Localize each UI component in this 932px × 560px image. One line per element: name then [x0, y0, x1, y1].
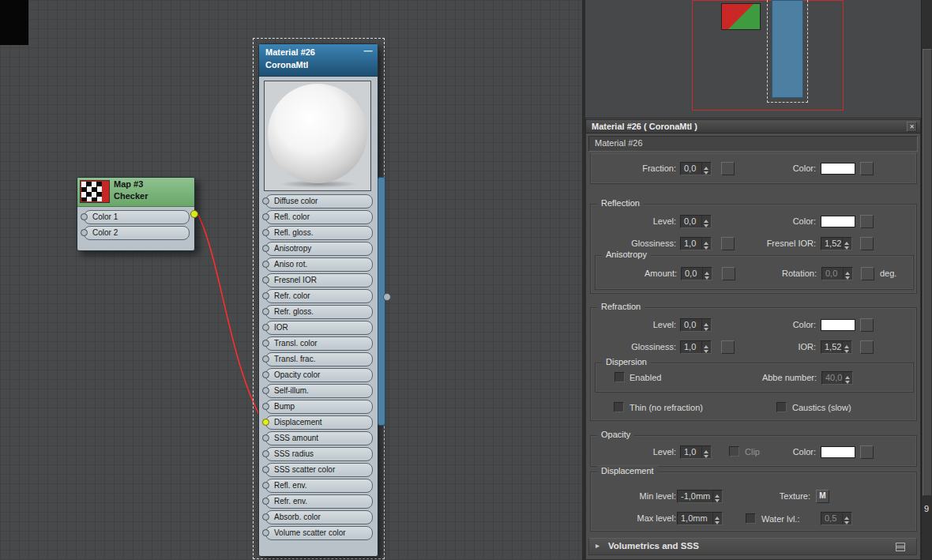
material-slot[interactable]: Self-illum. — [265, 384, 373, 398]
refraction-color-map-button[interactable] — [860, 318, 874, 332]
material-output-connector-icon[interactable] — [383, 293, 391, 301]
material-slot[interactable]: Diffuse color — [265, 194, 373, 209]
slot-label: Refr. env. — [274, 497, 307, 506]
slot-connector-icon[interactable] — [262, 403, 269, 410]
checker-slot[interactable]: Color 1 — [84, 210, 190, 224]
thin-checkbox[interactable] — [614, 402, 624, 412]
fresnel-ior-map-button[interactable] — [860, 237, 874, 250]
material-preview[interactable] — [264, 81, 371, 191]
right-scrollbar[interactable]: 9 — [921, 0, 932, 560]
material-slot[interactable]: SSS scatter color — [265, 463, 373, 477]
opacity-level-spinner[interactable]: 1,0 — [680, 445, 712, 459]
min-level-spinner[interactable]: -1,0mm — [677, 490, 723, 503]
reflection-color-map-button[interactable] — [860, 215, 874, 228]
anisotropy-amount-spinner[interactable]: 0,0 — [681, 267, 712, 280]
anisotropy-rotation-map-button[interactable] — [861, 267, 874, 280]
slot-connector-icon[interactable] — [262, 197, 269, 205]
texture-map-button[interactable]: M — [816, 490, 829, 503]
slot-connector-icon[interactable] — [262, 308, 269, 315]
material-slot[interactable]: SSS amount — [265, 431, 373, 445]
slot-connector-icon[interactable] — [262, 229, 269, 236]
fraction-color-map-button[interactable] — [860, 162, 874, 175]
water-level-spinner[interactable]: 0,5 — [821, 512, 852, 525]
max-level-spinner[interactable]: 1,0mm — [677, 512, 723, 525]
slot-connector-icon[interactable] — [262, 340, 269, 347]
material-slot[interactable]: Aniso rot. — [265, 257, 373, 272]
material-slot[interactable]: Opacity color — [265, 368, 373, 382]
node-canvas[interactable]: Map #3 Checker Color 1 Color 2 Material … — [0, 0, 585, 560]
material-slot[interactable]: Fresnel IOR — [265, 273, 373, 288]
reflection-color-swatch[interactable] — [821, 216, 855, 227]
slot-connector-icon[interactable] — [262, 245, 269, 252]
volumetrics-rollout[interactable]: ▸ Volumetrics and SSS — [588, 538, 917, 555]
material-slot[interactable]: Anisotropy — [265, 242, 373, 256]
caustics-checkbox[interactable] — [776, 402, 787, 412]
material-name-field[interactable]: Material #26 — [588, 136, 918, 152]
material-slot[interactable]: Absorb. color — [265, 510, 373, 524]
reflection-glossiness-spinner[interactable]: 1,0 — [680, 237, 712, 250]
refraction-ior-spinner[interactable]: 1,52 — [821, 340, 852, 354]
checker-node-header[interactable]: Map #3 Checker — [77, 178, 194, 207]
panel-titlebar[interactable]: Material #26 ( CoronaMtl ) ✕ — [585, 119, 921, 133]
node-scrollbar[interactable] — [378, 177, 385, 426]
material-slot[interactable]: IOR — [265, 321, 373, 335]
material-slot[interactable]: Refr. gloss. — [265, 305, 373, 319]
slot-connector-icon[interactable] — [262, 276, 269, 284]
slot-connector-icon[interactable] — [262, 434, 269, 442]
slot-connector-icon[interactable] — [262, 292, 269, 299]
slot-connector-icon[interactable] — [262, 213, 269, 220]
material-slot[interactable]: Refl. gloss. — [265, 226, 373, 240]
material-slot[interactable]: Refr. env. — [265, 494, 373, 509]
material-slot[interactable]: Transl. color — [265, 336, 373, 351]
refraction-glossiness-spinner[interactable]: 1,0 — [680, 340, 712, 354]
slot-connector-icon[interactable] — [262, 513, 269, 521]
clip-checkbox[interactable] — [729, 446, 739, 457]
scrollbar-thumb[interactable] — [923, 49, 932, 496]
slot-connector-icon[interactable] — [262, 261, 269, 268]
slot-connector-icon[interactable] — [81, 229, 88, 236]
material-slot[interactable]: Refl. env. — [265, 479, 373, 493]
material-node-header[interactable]: Material #26 CoronaMtl — — [259, 44, 378, 77]
water-level-checkbox[interactable] — [746, 513, 756, 524]
material-slot[interactable]: Bump — [265, 400, 373, 414]
slot-connector-icon[interactable] — [262, 419, 269, 426]
anisotropy-rotation-spinner[interactable]: 0,0 — [821, 267, 853, 280]
opacity-color-map-button[interactable] — [860, 445, 874, 459]
slot-label: Transl. frac. — [274, 355, 315, 363]
slot-connector-icon[interactable] — [262, 355, 269, 363]
material-slot[interactable]: Transl. frac. — [265, 352, 373, 366]
slot-connector-icon[interactable] — [262, 371, 269, 378]
slot-connector-icon[interactable] — [262, 450, 269, 457]
fraction-spinner[interactable]: 0,0 — [680, 162, 712, 175]
material-slot[interactable]: SSS radius — [265, 447, 373, 461]
close-icon[interactable]: ✕ — [907, 122, 917, 132]
slot-connector-icon[interactable] — [262, 387, 269, 394]
navigator-area[interactable] — [585, 0, 921, 118]
navigator-checker-node[interactable] — [721, 3, 761, 30]
dispersion-enabled-checkbox[interactable] — [614, 372, 625, 382]
minimize-icon[interactable]: — — [363, 47, 374, 57]
slot-connector-icon[interactable] — [262, 482, 269, 489]
refraction-color-swatch[interactable] — [821, 319, 855, 331]
material-slot[interactable]: Displacement — [265, 415, 373, 430]
fraction-color-swatch[interactable] — [821, 163, 855, 175]
reflection-level-spinner[interactable]: 0,0 — [680, 215, 712, 228]
material-slot[interactable]: Refl. color — [265, 210, 373, 224]
fresnel-ior-spinner[interactable]: 1,52 — [821, 237, 852, 250]
slot-label: Absorb. color — [274, 513, 321, 521]
checker-map-node[interactable]: Map #3 Checker Color 1 Color 2 — [77, 177, 195, 251]
opacity-color-swatch[interactable] — [821, 446, 855, 458]
slot-connector-icon[interactable] — [262, 466, 269, 473]
slot-connector-icon[interactable] — [262, 498, 269, 505]
slot-connector-icon[interactable] — [81, 213, 88, 220]
material-slot[interactable]: Refr. color — [265, 289, 373, 303]
abbe-number-spinner[interactable]: 40,0 — [821, 371, 853, 385]
checker-slot[interactable]: Color 2 — [84, 226, 190, 240]
slot-connector-icon[interactable] — [262, 324, 269, 331]
slot-connector-icon[interactable] — [262, 529, 269, 536]
corona-material-node[interactable]: Material #26 CoronaMtl — Diffuse color R… — [258, 43, 378, 557]
material-slot[interactable]: Volume scatter color — [265, 526, 373, 540]
refraction-level-spinner[interactable]: 0,0 — [680, 318, 712, 332]
refraction-ior-map-button[interactable] — [860, 340, 874, 354]
checker-output-connector-icon[interactable] — [190, 210, 198, 218]
